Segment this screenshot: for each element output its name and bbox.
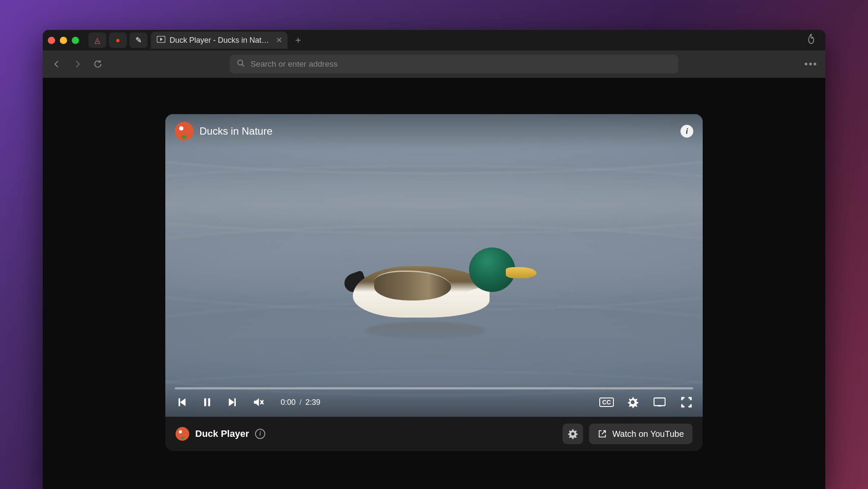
address-bar[interactable] xyxy=(230,55,678,74)
water-ripple xyxy=(165,165,703,234)
fire-button[interactable] xyxy=(806,33,816,47)
duration: 2:39 xyxy=(305,398,320,407)
page-content: Ducks in Nature i xyxy=(43,78,825,489)
play-rect-icon xyxy=(157,36,165,45)
player-app-name: Duck Player xyxy=(195,428,249,439)
fullscreen-button[interactable] xyxy=(680,395,693,409)
current-time: 0:00 xyxy=(281,398,296,407)
traffic-lights xyxy=(48,37,79,44)
reload-button[interactable] xyxy=(91,58,104,71)
mute-button[interactable] xyxy=(252,395,265,409)
svg-point-1 xyxy=(238,60,243,65)
forward-button[interactable] xyxy=(71,58,84,71)
address-input[interactable] xyxy=(250,59,672,69)
airbnb-icon: ◬ xyxy=(94,35,100,45)
seek-bar[interactable] xyxy=(175,387,693,389)
search-icon xyxy=(237,59,245,69)
pinned-tab-reddit[interactable]: ● xyxy=(109,32,127,48)
tab-title: Duck Player - Ducks in Nature xyxy=(170,36,272,45)
video-header: Ducks in Nature i xyxy=(165,114,703,148)
external-link-icon xyxy=(598,429,607,439)
video-title: Ducks in Nature xyxy=(199,125,273,137)
duck-image xyxy=(340,232,528,343)
active-tab[interactable]: Duck Player - Ducks in Nature ✕ xyxy=(151,32,287,49)
pinned-tab-airbnb[interactable]: ◬ xyxy=(88,32,106,48)
more-menu-button[interactable]: ••• xyxy=(804,58,818,70)
watch-on-youtube-button[interactable]: Watch on YouTube xyxy=(589,424,692,444)
player-bar: Duck Player i Watch on YouTube xyxy=(165,417,703,451)
next-button[interactable] xyxy=(226,395,240,409)
tab-close-button[interactable]: ✕ xyxy=(276,35,282,45)
player-settings-button[interactable] xyxy=(563,424,583,444)
cast-button[interactable] xyxy=(651,395,668,409)
window-maximize-button[interactable] xyxy=(72,37,79,44)
captions-button[interactable]: CC xyxy=(599,398,614,407)
pinned-tabs: ◬ ● ✎ xyxy=(88,32,147,48)
new-tab-button[interactable]: + xyxy=(292,34,305,47)
duckduckgo-logo-icon xyxy=(176,427,189,441)
window-close-button[interactable] xyxy=(48,37,55,44)
video-controls: 0:00 / 2:39 CC xyxy=(165,382,703,417)
video-info-button[interactable]: i xyxy=(680,125,693,138)
back-button[interactable] xyxy=(50,58,63,71)
svg-rect-2 xyxy=(654,398,665,406)
video-channel[interactable]: Ducks in Nature xyxy=(175,122,273,141)
reddit-icon: ● xyxy=(116,36,120,45)
channel-avatar xyxy=(175,122,194,141)
player-info-button[interactable]: i xyxy=(255,429,265,439)
tab-bar: ◬ ● ✎ Duck Player - Ducks in Nature ✕ + xyxy=(43,30,825,50)
video-area[interactable]: Ducks in Nature i xyxy=(165,114,703,417)
watch-on-youtube-label: Watch on YouTube xyxy=(612,429,684,439)
pinned-tab-notes[interactable]: ✎ xyxy=(129,32,147,48)
time-separator: / xyxy=(299,398,302,407)
video-settings-button[interactable] xyxy=(626,395,639,409)
previous-button[interactable] xyxy=(175,395,188,409)
browser-window: ◬ ● ✎ Duck Player - Ducks in Nature ✕ + xyxy=(43,30,825,489)
time-display: 0:00 / 2:39 xyxy=(281,398,320,407)
window-minimize-button[interactable] xyxy=(60,37,67,44)
notes-icon: ✎ xyxy=(135,35,142,45)
pause-button[interactable] xyxy=(200,395,214,409)
toolbar: ••• xyxy=(43,50,825,78)
duck-player: Ducks in Nature i xyxy=(165,114,703,451)
